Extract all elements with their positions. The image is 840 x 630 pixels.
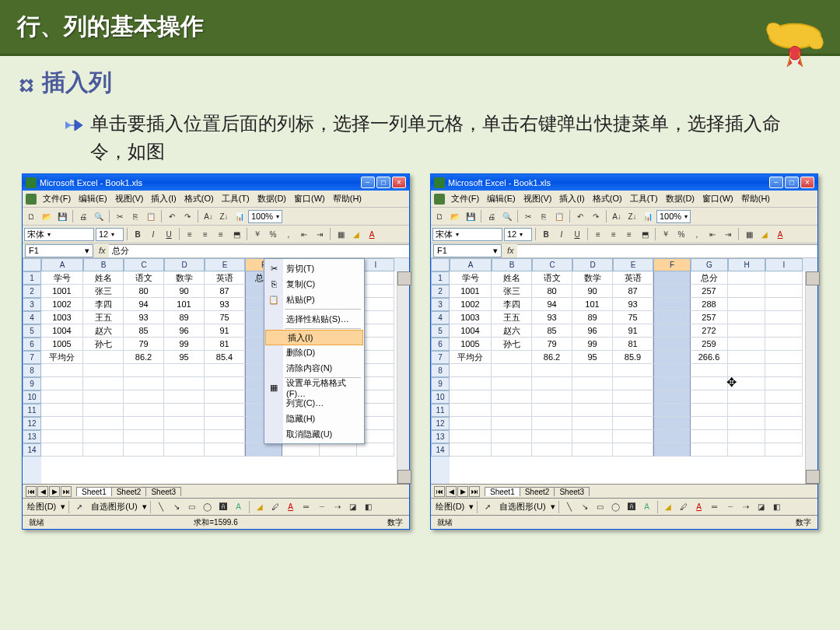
drawing-toolbar[interactable]: 绘图(D)▾ ➚ 自选图形(U)▾ ╲ ↘ ▭ ◯ 🅰 A ◢ 🖊 A ═ ┈ … [23, 498, 409, 515]
row-header[interactable]: 2 [431, 285, 450, 298]
line-color-icon[interactable]: 🖊 [268, 500, 282, 514]
cell[interactable]: 英语 [613, 271, 653, 285]
fill-icon[interactable]: ◢ [253, 500, 267, 514]
cell[interactable]: 平均分 [41, 351, 83, 364]
cell[interactable]: 王五 [83, 311, 124, 324]
cell[interactable] [728, 311, 765, 324]
undo-icon[interactable]: ↶ [573, 209, 587, 223]
row-header[interactable]: 8 [23, 364, 41, 377]
menu-format[interactable]: 格式(O) [180, 192, 218, 205]
cell[interactable] [728, 271, 765, 285]
cell[interactable]: 86.2 [532, 351, 572, 364]
cell[interactable]: 96 [164, 324, 205, 338]
cell[interactable] [205, 390, 245, 404]
context-menu-item-insert[interactable]: 插入(I) [265, 330, 363, 345]
cell[interactable]: 75 [205, 311, 245, 324]
menu-window[interactable]: 窗口(W) [290, 192, 329, 205]
cell[interactable] [83, 430, 124, 443]
row-header[interactable]: 11 [23, 404, 41, 417]
cell[interactable] [205, 364, 245, 377]
cell[interactable]: 259 [691, 338, 728, 351]
cell[interactable]: 257 [691, 285, 728, 298]
cell[interactable]: 总分 [691, 271, 728, 285]
cell[interactable] [83, 390, 124, 404]
open-icon[interactable]: 📂 [40, 209, 54, 223]
copy-icon[interactable]: ⎘ [128, 209, 142, 223]
cell[interactable] [450, 364, 492, 377]
cell[interactable] [728, 443, 765, 457]
row-header[interactable]: 14 [23, 443, 41, 457]
cell[interactable] [164, 390, 205, 404]
cell[interactable] [532, 390, 572, 404]
oval-icon[interactable]: ◯ [201, 500, 215, 514]
row-header[interactable]: 7 [431, 351, 450, 364]
cell[interactable] [572, 377, 613, 390]
menu-bar[interactable]: 文件(F) 编辑(E) 视图(V) 插入(I) 格式(O) 工具(T) 数据(D… [431, 191, 817, 208]
draw-menu[interactable]: 绘图(D) [24, 501, 59, 513]
cell[interactable] [572, 417, 613, 430]
cell[interactable] [532, 443, 572, 457]
wordart-icon[interactable]: A [640, 500, 654, 514]
cell[interactable] [320, 443, 357, 457]
cell[interactable]: 93 [613, 298, 653, 311]
cell[interactable] [41, 364, 83, 377]
cell[interactable] [728, 404, 765, 417]
indent-icon[interactable]: ⇤ [705, 227, 719, 241]
row-header[interactable]: 4 [23, 311, 41, 324]
context-menu-item-copy[interactable]: ⎘复制(C) [264, 276, 364, 292]
cell[interactable] [613, 364, 653, 377]
align-left-icon[interactable]: ≡ [591, 227, 605, 241]
cell[interactable] [572, 364, 613, 377]
tab-next-icon[interactable]: ▶ [49, 486, 60, 497]
cell[interactable] [492, 443, 532, 457]
cell[interactable] [532, 364, 572, 377]
cell[interactable] [492, 351, 532, 364]
column-header[interactable]: I [765, 258, 803, 271]
dash-icon[interactable]: ┈ [315, 500, 329, 514]
cell[interactable]: 91 [205, 324, 245, 338]
cell[interactable] [41, 443, 83, 457]
textbox-icon[interactable]: 🅰 [625, 500, 639, 514]
cell[interactable] [492, 377, 532, 390]
3d-icon[interactable]: ◧ [770, 500, 784, 514]
minimize-button[interactable]: − [769, 177, 783, 188]
window-titlebar[interactable]: Microsoft Excel - Book1.xls − □ × [23, 174, 409, 191]
shadow-icon[interactable]: ◪ [346, 500, 360, 514]
row-header[interactable]: 13 [431, 430, 450, 443]
cell[interactable] [691, 417, 728, 430]
cell[interactable] [532, 417, 572, 430]
cell[interactable] [613, 430, 653, 443]
column-header[interactable]: A [450, 258, 492, 271]
cell[interactable] [532, 377, 572, 390]
cell[interactable] [164, 443, 205, 457]
cell[interactable] [728, 417, 765, 430]
tab-last-icon[interactable]: ⏭ [469, 486, 480, 497]
menu-format[interactable]: 格式(O) [589, 192, 626, 205]
row-header[interactable]: 10 [23, 390, 41, 404]
cell[interactable] [41, 404, 83, 417]
align-left-icon[interactable]: ≡ [183, 227, 197, 241]
borders-icon[interactable]: ▦ [334, 227, 348, 241]
indent-icon[interactable]: ⇤ [297, 227, 311, 241]
cell[interactable] [41, 390, 83, 404]
save-icon[interactable]: 💾 [55, 209, 69, 223]
sheet-tab-2[interactable]: Sheet2 [111, 487, 147, 496]
cell[interactable] [765, 377, 803, 390]
spreadsheet-grid[interactable]: 1234567891011121314 ABCDEFGHI学号姓名语文数学英语总… [23, 258, 409, 484]
line-icon[interactable]: ╲ [562, 500, 576, 514]
column-header[interactable]: E [205, 258, 245, 271]
cell[interactable]: 79 [532, 338, 572, 351]
cell[interactable] [572, 390, 613, 404]
textbox-icon[interactable]: 🅰 [216, 500, 230, 514]
cell[interactable] [205, 417, 245, 430]
cell[interactable] [653, 324, 691, 338]
line-style-icon[interactable]: ═ [299, 500, 313, 514]
arrow-style-icon[interactable]: ⇢ [739, 500, 753, 514]
row-header[interactable]: 3 [23, 298, 41, 311]
row-header[interactable]: 2 [23, 285, 41, 298]
tab-last-icon[interactable]: ⏭ [61, 486, 72, 497]
undo-icon[interactable]: ↶ [165, 209, 179, 223]
menu-bar[interactable]: 文件(F) 编辑(E) 视图(V) 插入(I) 格式(O) 工具(T) 数据(D… [23, 191, 409, 208]
cell[interactable] [205, 404, 245, 417]
cell[interactable] [124, 443, 164, 457]
